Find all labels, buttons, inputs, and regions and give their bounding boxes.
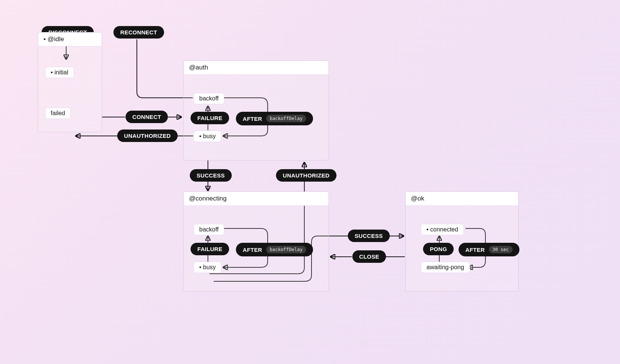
compound-state-auth: @auth backoff FAILURE AFTERbackoffDelay … bbox=[183, 60, 329, 160]
compound-state-idle: • @idle • initial failed bbox=[38, 32, 102, 132]
event-label: RECONNECT bbox=[120, 29, 157, 35]
state-auth-backoff: backoff bbox=[194, 93, 224, 104]
event-unauthorized: UNAUTHORIZED bbox=[117, 130, 178, 142]
event-label: AFTER bbox=[243, 247, 262, 253]
event-label: AFTER bbox=[465, 247, 485, 253]
guard-label: 30 sec bbox=[489, 246, 513, 253]
event-unauthorized-up: UNAUTHORIZED bbox=[276, 169, 336, 182]
event-success: SUCCESS bbox=[190, 169, 232, 182]
state-idle-initial: • initial bbox=[45, 67, 74, 78]
state-connecting-busy: • busy bbox=[194, 262, 222, 273]
state-ok-awaiting: awaiting-pong bbox=[421, 262, 470, 273]
event-label: UNAUTHORIZED bbox=[124, 133, 171, 139]
event-success-ok: SUCCESS bbox=[348, 230, 390, 242]
event-close: CLOSE bbox=[352, 250, 386, 263]
statechart-canvas: DISCONNECT RECONNECT • @idle • initial f… bbox=[38, 32, 582, 334]
compound-state-connecting: @connecting backoff FAILURE AFTERbackoff… bbox=[183, 191, 329, 292]
state-auth-busy: • busy bbox=[194, 131, 222, 142]
event-after-30sec: AFTER30 sec bbox=[459, 243, 519, 256]
state-title: • @idle bbox=[38, 32, 102, 46]
event-label: SUCCESS bbox=[355, 233, 383, 239]
event-label: CONNECT bbox=[132, 114, 161, 120]
state-ok-connected: • connected bbox=[421, 224, 464, 235]
event-reconnect: RECONNECT bbox=[113, 26, 164, 39]
event-after-backoff: AFTERbackoffDelay bbox=[236, 112, 313, 125]
event-label: PONG bbox=[430, 246, 447, 252]
event-label: UNAUTHORIZED bbox=[283, 172, 330, 179]
event-after-backoff-connecting: AFTERbackoffDelay bbox=[236, 243, 313, 256]
guard-label: backoffDelay bbox=[266, 246, 307, 253]
state-title: @connecting bbox=[184, 192, 329, 206]
event-pong: PONG bbox=[423, 243, 454, 255]
state-idle-failed: failed bbox=[45, 108, 71, 119]
event-failure: FAILURE bbox=[191, 112, 229, 124]
event-failure-connecting: FAILURE bbox=[191, 243, 229, 255]
event-label: AFTER bbox=[243, 116, 262, 122]
state-title: @ok bbox=[406, 192, 518, 206]
state-title: @auth bbox=[184, 61, 329, 75]
compound-state-ok: @ok • connected PONG AFTER30 sec awaitin… bbox=[405, 191, 519, 292]
event-label: FAILURE bbox=[197, 246, 222, 252]
state-connecting-backoff: backoff bbox=[194, 224, 224, 235]
event-connect: CONNECT bbox=[126, 111, 168, 123]
event-label: CLOSE bbox=[359, 253, 379, 260]
event-label: SUCCESS bbox=[197, 172, 225, 179]
event-label: FAILURE bbox=[197, 115, 222, 121]
guard-label: backoffDelay bbox=[266, 115, 307, 122]
